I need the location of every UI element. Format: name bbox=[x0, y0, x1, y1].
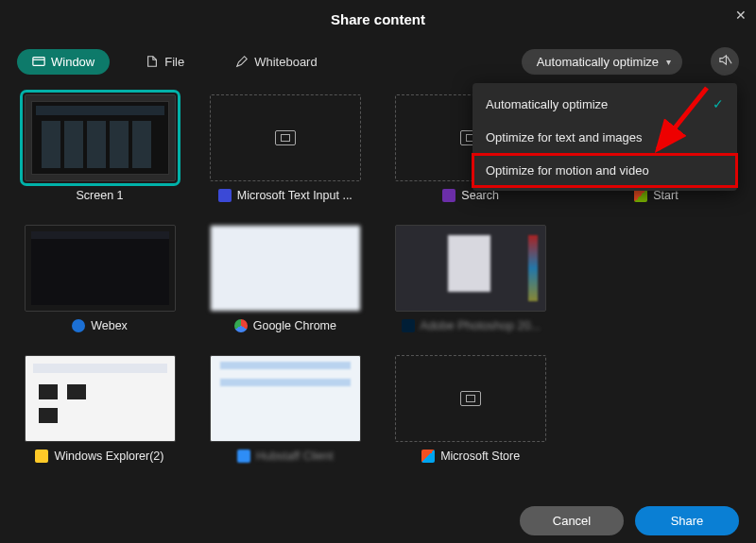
tile-explorer[interactable]: Windows Explorer(2) bbox=[17, 355, 182, 463]
tab-whiteboard-label: Whiteboard bbox=[254, 55, 317, 69]
svg-line-3 bbox=[658, 88, 707, 149]
hubstaff-icon bbox=[237, 450, 250, 463]
webex-icon bbox=[72, 319, 85, 332]
tile-chrome-label: Google Chrome bbox=[253, 319, 336, 332]
tile-start-label: Start bbox=[653, 189, 678, 202]
tile-ms-text-input[interactable]: Microsoft Text Input ... bbox=[202, 94, 368, 202]
tile-webex-label: Webex bbox=[91, 319, 128, 332]
tile-ms-text-input-label: Microsoft Text Input ... bbox=[237, 189, 352, 202]
thumb-screen-1 bbox=[25, 94, 176, 181]
search-icon bbox=[442, 189, 455, 202]
optimize-option-motion[interactable]: Optimize for motion and video bbox=[472, 154, 737, 187]
annotation-arrow bbox=[650, 83, 716, 159]
tile-hubstaff-label: Hubstaff Client bbox=[256, 450, 334, 463]
folder-icon bbox=[35, 450, 48, 463]
chevron-down-icon: ▾ bbox=[666, 57, 671, 67]
titlebar: Share content ✕ bbox=[0, 0, 756, 38]
thumb-photoshop bbox=[395, 225, 546, 312]
tab-window-label: Window bbox=[51, 55, 94, 69]
tile-photoshop-label: Adobe Photoshop 20... bbox=[421, 319, 541, 332]
optimize-dropdown-label: Automatically optimize bbox=[537, 55, 659, 69]
speaker-muted-icon bbox=[718, 53, 732, 71]
chrome-icon bbox=[234, 319, 248, 332]
close-icon[interactable]: ✕ bbox=[735, 8, 747, 23]
optimize-dropdown-button[interactable]: Automatically optimize ▾ bbox=[522, 49, 682, 75]
thumb-webex bbox=[25, 225, 176, 312]
tile-screen-1[interactable]: Screen 1 bbox=[17, 94, 182, 202]
file-icon bbox=[146, 55, 159, 68]
photoshop-icon bbox=[402, 319, 415, 332]
tile-webex[interactable]: Webex bbox=[17, 225, 182, 332]
thumb-chrome bbox=[210, 225, 361, 312]
tile-msstore[interactable]: Microsoft Store bbox=[388, 355, 554, 463]
svg-line-2 bbox=[727, 56, 731, 63]
tile-hubstaff[interactable]: Hubstaff Client bbox=[202, 355, 368, 463]
optimize-option-auto-label: Automatically optimize bbox=[486, 97, 608, 111]
tab-file[interactable]: File bbox=[130, 49, 199, 75]
tab-whiteboard[interactable]: Whiteboard bbox=[220, 49, 332, 75]
dialog-title: Share content bbox=[331, 11, 425, 27]
tile-explorer-label: Windows Explorer(2) bbox=[54, 450, 163, 463]
share-audio-button[interactable] bbox=[711, 47, 739, 76]
share-button[interactable]: Share bbox=[635, 506, 739, 535]
toolbar: Window File Whiteboard Automatically opt… bbox=[0, 38, 756, 85]
thumb-explorer bbox=[25, 355, 176, 442]
svg-rect-0 bbox=[33, 58, 44, 66]
dialog-buttons: Cancel Share bbox=[520, 506, 739, 535]
cancel-button[interactable]: Cancel bbox=[520, 506, 624, 535]
thumb-hubstaff bbox=[210, 355, 361, 442]
optimize-option-motion-label: Optimize for motion and video bbox=[486, 163, 649, 178]
thumb-ms-text-input bbox=[210, 94, 361, 181]
thumb-msstore bbox=[395, 355, 546, 442]
msstore-icon bbox=[421, 450, 435, 463]
monitor-icon bbox=[275, 130, 296, 145]
tile-screen-1-label: Screen 1 bbox=[76, 189, 123, 202]
tile-photoshop[interactable]: Adobe Photoshop 20... bbox=[388, 225, 554, 332]
tile-msstore-label: Microsoft Store bbox=[440, 450, 520, 463]
window-icon bbox=[32, 55, 45, 68]
monitor-icon bbox=[460, 391, 481, 406]
pencil-icon bbox=[235, 55, 249, 68]
app-icon-ms bbox=[218, 189, 232, 202]
windows-icon bbox=[634, 189, 647, 202]
tab-window[interactable]: Window bbox=[17, 49, 110, 75]
tile-search-label: Search bbox=[461, 189, 499, 202]
tile-chrome[interactable]: Google Chrome bbox=[202, 225, 368, 332]
optimize-option-text-label: Optimize for text and images bbox=[486, 130, 642, 144]
tab-file-label: File bbox=[164, 55, 184, 69]
